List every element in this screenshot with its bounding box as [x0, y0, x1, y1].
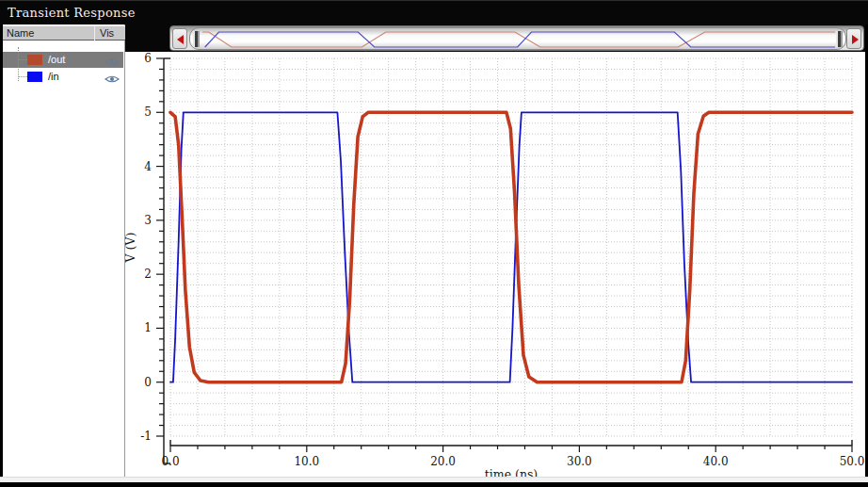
bottom-strip	[0, 477, 868, 482]
tree-branch-stub	[18, 76, 27, 77]
minimap-trace	[202, 32, 835, 47]
y-tick-label: 5	[144, 106, 152, 119]
overview-scrollbar[interactable]	[169, 25, 864, 51]
right-triangle-icon	[852, 35, 859, 44]
waveform-plot-canvas[interactable]: -101234560.010.020.030.040.050.0time (ns…	[125, 52, 865, 482]
scroll-left-button[interactable]	[172, 28, 187, 49]
overview-scrollbar-thumb[interactable]	[189, 27, 846, 50]
visibility-eye-icon[interactable]	[104, 72, 120, 89]
signal-panel-header: Name Vis	[3, 25, 134, 41]
tree-branch-stub	[18, 59, 27, 60]
window-title-bar[interactable]: Transient Response	[0, 0, 868, 24]
x-tick-label: 30.0	[567, 455, 592, 468]
left-triangle-icon	[177, 35, 184, 44]
trace-color-swatch[interactable]	[27, 72, 42, 82]
column-divider	[94, 26, 95, 41]
signal-name: /out	[48, 54, 65, 65]
x-tick-label: 40.0	[703, 455, 729, 468]
thumb-left-grip-icon[interactable]	[193, 31, 200, 47]
waveform-minimap	[202, 28, 835, 51]
y-axis-title: V (V)	[125, 233, 137, 264]
signal-list: /out /in	[3, 51, 125, 85]
y-tick-label: 6	[144, 52, 152, 65]
signal-panel: Name Vis /out /in	[3, 24, 125, 482]
window-title: Transient Response	[8, 6, 136, 20]
y-tick-label: 0	[144, 376, 152, 389]
overview-strip	[125, 24, 865, 52]
y-tick-label: 4	[144, 160, 152, 173]
x-tick-label: 20.0	[430, 455, 456, 468]
x-tick-label: 50.0	[840, 455, 865, 468]
y-tick-label: 2	[144, 268, 152, 281]
plot-panel: -101234560.010.020.030.040.050.0time (ns…	[125, 24, 865, 482]
y-tick-label: 3	[144, 214, 152, 227]
x-tick-label: 0.0	[161, 455, 179, 468]
signal-name: /in	[48, 71, 59, 82]
trace-color-swatch[interactable]	[27, 55, 42, 65]
thumb-right-grip-icon[interactable]	[836, 31, 843, 47]
scroll-right-button[interactable]	[846, 28, 861, 49]
x-tick-label: 10.0	[294, 455, 319, 468]
name-column-header: Name	[7, 27, 34, 39]
vis-column-header: Vis	[100, 27, 114, 39]
minimap-trace	[205, 32, 835, 47]
y-tick-label: 1	[144, 321, 152, 334]
y-tick-label: -1	[140, 430, 152, 443]
